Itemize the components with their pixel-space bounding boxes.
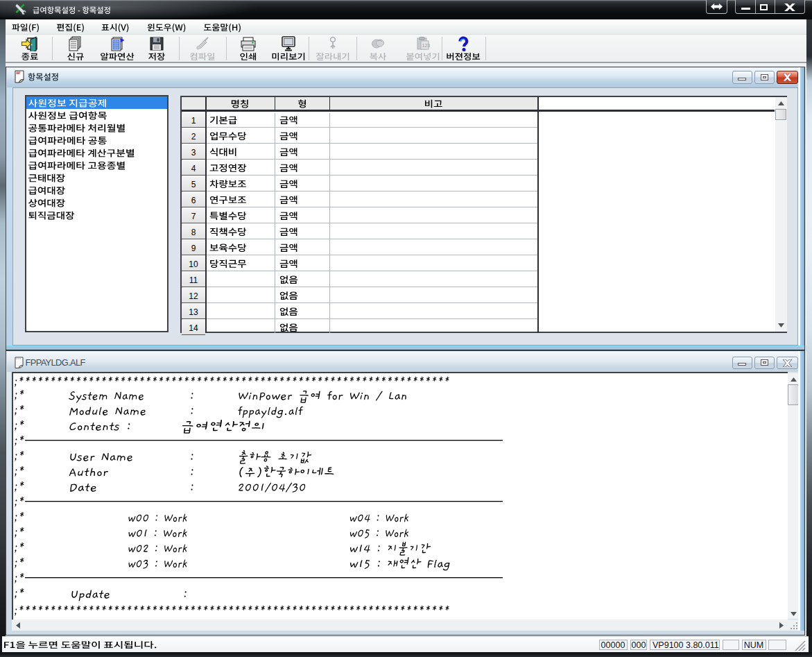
svg-text:123: 123 bbox=[422, 43, 431, 48]
